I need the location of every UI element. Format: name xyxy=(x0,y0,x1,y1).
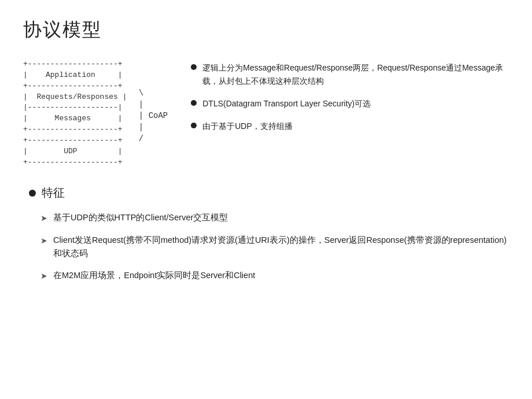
features-title-text: 特征 xyxy=(42,185,65,201)
arrow-icon-2: ➤ xyxy=(40,234,47,247)
top-section: +--------------------+ | Application | +… xyxy=(23,59,509,168)
sub-items: ➤ 基于UDP的类似HTTP的Client/Server交互模型 ➤ Clien… xyxy=(29,211,509,283)
bullet-dot-2 xyxy=(191,100,197,106)
bullet-text-3: 由于基于UDP，支持组播 xyxy=(202,120,509,133)
features-dot xyxy=(29,190,36,197)
protocol-diagram: +--------------------+ | Application | +… xyxy=(23,59,127,168)
bullet-dot-3 xyxy=(191,123,197,128)
coap-label: \ | | CoAP | / xyxy=(134,88,168,145)
sub-item-1: ➤ 基于UDP的类似HTTP的Client/Server交互模型 xyxy=(40,211,509,225)
bullet-dot-1 xyxy=(191,64,197,70)
bullet-list: 逻辑上分为Message和Request/Response两层，Request/… xyxy=(191,59,509,168)
bullet-item-3: 由于基于UDP，支持组播 xyxy=(191,120,509,133)
coap-brace: \ | | CoAP | / xyxy=(134,88,168,145)
arrow-icon-3: ➤ xyxy=(40,269,47,283)
features-section: 特征 ➤ 基于UDP的类似HTTP的Client/Server交互模型 ➤ Cl… xyxy=(23,185,509,283)
arrow-icon-1: ➤ xyxy=(40,212,47,225)
diagram-area: +--------------------+ | Application | +… xyxy=(23,59,168,168)
sub-text-1: 基于UDP的类似HTTP的Client/Server交互模型 xyxy=(53,211,509,225)
page-title: 协议模型 xyxy=(23,17,509,43)
sub-item-2: ➤ Client发送Request(携带不同method)请求对资源(通过URI… xyxy=(40,234,509,261)
bullet-text-2: DTLS(Datagram Transport Layer Security)可… xyxy=(202,97,509,110)
sub-item-3: ➤ 在M2M应用场景，Endpoint实际同时是Server和Client xyxy=(40,269,509,283)
bullet-item-1: 逻辑上分为Message和Request/Response两层，Request/… xyxy=(191,61,509,88)
sub-text-2: Client发送Request(携带不同method)请求对资源(通过URI表示… xyxy=(53,234,509,261)
features-title: 特征 xyxy=(29,185,509,201)
bullet-text-1: 逻辑上分为Message和Request/Response两层，Request/… xyxy=(202,61,509,88)
sub-text-3: 在M2M应用场景，Endpoint实际同时是Server和Client xyxy=(53,269,509,283)
bullet-item-2: DTLS(Datagram Transport Layer Security)可… xyxy=(191,97,509,110)
